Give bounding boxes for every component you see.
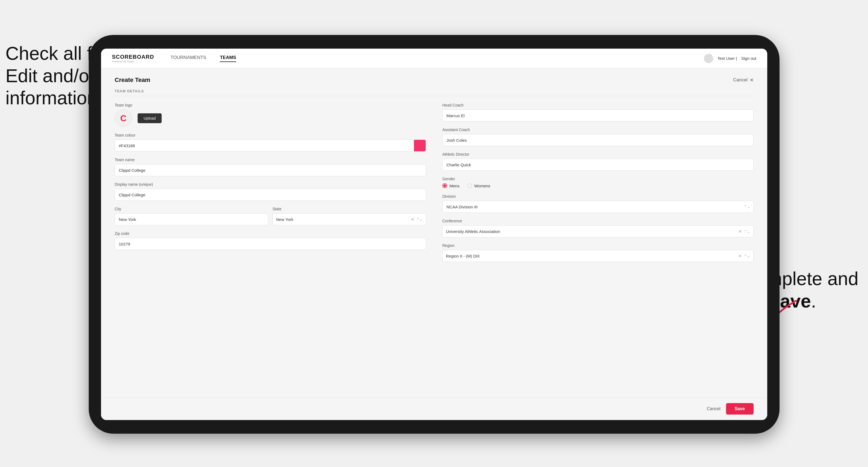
cancel-top-link[interactable]: Cancel ✕ [733, 77, 753, 83]
division-select[interactable]: NCAA Division III [442, 201, 753, 213]
navbar: SCOREBOARD Powered by clippd TOURNAMENTS… [101, 49, 767, 68]
head-coach-input[interactable] [442, 110, 753, 122]
form-columns: Team logo C Upload Team colour [115, 103, 753, 268]
athletic-director-group: Athletic Director [442, 152, 753, 171]
city-input[interactable] [115, 213, 268, 225]
tablet-screen: SCOREBOARD Powered by clippd TOURNAMENTS… [101, 49, 767, 420]
gender-group: Gender Mens Womens [442, 177, 753, 188]
assistant-coach-label: Assistant Coach [442, 128, 753, 132]
athletic-director-input[interactable] [442, 159, 753, 171]
state-subgroup: State New York ✕ ⌃⌄ [273, 207, 426, 225]
gender-womens-radio[interactable] [467, 183, 472, 188]
colour-swatch[interactable] [414, 139, 426, 152]
team-logo-label: Team logo [115, 103, 426, 107]
city-subgroup: City [115, 207, 268, 225]
conference-arrows-icon: ⌃⌄ [744, 229, 750, 234]
team-name-label: Team name [115, 158, 426, 162]
gender-womens-option[interactable]: Womens [467, 183, 490, 188]
form-content: Create Team Cancel ✕ TEAM DETAILS Team l… [101, 68, 767, 397]
logo-section: C Upload [115, 110, 426, 127]
region-value: Region II - (M) DIII [446, 254, 738, 258]
city-label: City [115, 207, 268, 211]
region-label: Region [442, 243, 753, 248]
state-label: State [273, 207, 426, 211]
display-name-label: Display name (unique) [115, 182, 426, 187]
zip-input[interactable] [115, 238, 426, 250]
conference-group: Conference University Athletic Associati… [442, 219, 753, 237]
assistant-coach-input[interactable] [442, 134, 753, 146]
division-select-wrap: NCAA Division III ⌃⌄ [442, 201, 753, 213]
display-name-input[interactable] [115, 189, 426, 201]
zip-label: Zip code [115, 231, 426, 236]
state-clear-icon[interactable]: ✕ [411, 217, 414, 222]
form-footer: Cancel Save [101, 397, 767, 420]
head-coach-group: Head Coach [442, 103, 753, 122]
region-dropdown[interactable]: Region II - (M) DIII ✕ ⌃⌄ [442, 250, 753, 262]
region-clear-icon[interactable]: ✕ [738, 253, 742, 259]
display-name-group: Display name (unique) [115, 182, 426, 201]
logo-subtitle: Powered by clippd [112, 60, 154, 63]
conference-dropdown[interactable]: University Athletic Association ✕ ⌃⌄ [442, 225, 753, 237]
upload-button[interactable]: Upload [137, 113, 162, 123]
form-title: Create Team [115, 76, 150, 84]
gender-mens-option[interactable]: Mens [442, 183, 460, 188]
footer-cancel-button[interactable]: Cancel [707, 406, 720, 411]
team-colour-group: Team colour [115, 133, 426, 152]
user-avatar [704, 54, 713, 63]
city-state-group: City State New York ✕ ⌃⌄ [115, 207, 426, 225]
state-value: New York [276, 217, 411, 222]
gender-mens-radio[interactable] [442, 183, 447, 188]
conference-label: Conference [442, 219, 753, 223]
colour-input-wrap [115, 139, 426, 152]
user-label: Test User | [718, 56, 737, 61]
gender-row: Mens Womens [442, 183, 753, 188]
head-coach-label: Head Coach [442, 103, 753, 107]
team-name-input[interactable] [115, 164, 426, 176]
left-column: Team logo C Upload Team colour [115, 103, 426, 268]
right-column: Head Coach Assistant Coach Athletic Dire… [442, 103, 753, 268]
division-label: Division [442, 194, 753, 198]
tablet-frame: SCOREBOARD Powered by clippd TOURNAMENTS… [89, 35, 779, 434]
nav-right: Test User | Sign out [704, 54, 756, 63]
sign-out-link[interactable]: Sign out [741, 56, 756, 61]
state-arrows-icon: ⌃⌄ [416, 217, 423, 221]
athletic-director-label: Athletic Director [442, 152, 753, 156]
nav-items: TOURNAMENTS TEAMS [170, 55, 704, 62]
section-header: TEAM DETAILS [115, 89, 753, 96]
conference-clear-icon[interactable]: ✕ [738, 229, 742, 234]
form-header: Create Team Cancel ✕ [115, 76, 753, 84]
assistant-coach-group: Assistant Coach [442, 128, 753, 146]
team-colour-label: Team colour [115, 133, 426, 137]
state-dropdown[interactable]: New York ✕ ⌃⌄ [273, 213, 426, 225]
nav-item-tournaments[interactable]: TOURNAMENTS [170, 55, 206, 62]
logo-title: SCOREBOARD [112, 54, 154, 60]
team-name-group: Team name [115, 158, 426, 176]
nav-item-teams[interactable]: TEAMS [220, 55, 236, 62]
city-state-row: City State New York ✕ ⌃⌄ [115, 207, 426, 225]
footer-save-button[interactable]: Save [726, 403, 753, 414]
logo-circle: C [115, 110, 132, 127]
region-group: Region Region II - (M) DIII ✕ ⌃⌄ [442, 243, 753, 262]
division-group: Division NCAA Division III ⌃⌄ [442, 194, 753, 213]
logo-area: SCOREBOARD Powered by clippd [112, 54, 154, 63]
region-arrows-icon: ⌃⌄ [744, 254, 750, 258]
zip-group: Zip code [115, 231, 426, 250]
gender-label: Gender [442, 177, 753, 181]
team-logo-group: Team logo C Upload [115, 103, 426, 127]
conference-value: University Athletic Association [446, 229, 738, 234]
team-colour-input[interactable] [115, 139, 414, 152]
